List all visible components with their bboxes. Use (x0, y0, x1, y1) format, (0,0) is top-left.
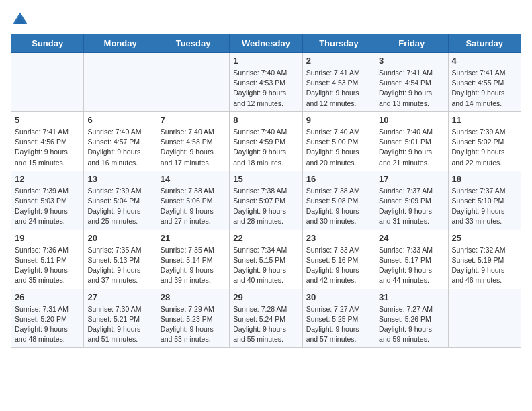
calendar-cell: 23Sunrise: 7:33 AM Sunset: 5:16 PM Dayli… (302, 230, 375, 289)
calendar-cell: 12Sunrise: 7:39 AM Sunset: 5:03 PM Dayli… (11, 171, 84, 230)
day-info: Sunrise: 7:38 AM Sunset: 5:07 PM Dayligh… (233, 186, 298, 227)
logo (11, 11, 28, 27)
day-info: Sunrise: 7:39 AM Sunset: 5:02 PM Dayligh… (452, 127, 517, 168)
day-info: Sunrise: 7:32 AM Sunset: 5:19 PM Dayligh… (452, 245, 517, 286)
calendar-cell: 19Sunrise: 7:36 AM Sunset: 5:11 PM Dayli… (11, 230, 84, 289)
day-number: 16 (306, 174, 371, 184)
day-info: Sunrise: 7:36 AM Sunset: 5:11 PM Dayligh… (15, 245, 80, 286)
calendar-cell: 13Sunrise: 7:39 AM Sunset: 5:04 PM Dayli… (84, 171, 157, 230)
calendar-cell: 21Sunrise: 7:35 AM Sunset: 5:14 PM Dayli… (157, 230, 229, 289)
day-number: 14 (161, 174, 226, 184)
weekday-header: Sunday (11, 34, 84, 53)
day-info: Sunrise: 7:41 AM Sunset: 4:54 PM Dayligh… (379, 68, 444, 109)
calendar-cell: 6Sunrise: 7:40 AM Sunset: 4:57 PM Daylig… (84, 111, 157, 171)
day-number: 23 (306, 233, 371, 243)
day-info: Sunrise: 7:31 AM Sunset: 5:20 PM Dayligh… (15, 304, 80, 345)
day-number: 11 (452, 115, 517, 125)
day-info: Sunrise: 7:33 AM Sunset: 5:16 PM Dayligh… (306, 245, 371, 286)
calendar-week-row: 5Sunrise: 7:41 AM Sunset: 4:56 PM Daylig… (11, 111, 521, 171)
weekday-header: Tuesday (157, 34, 229, 53)
weekday-header: Monday (84, 34, 157, 53)
calendar-cell: 8Sunrise: 7:40 AM Sunset: 4:59 PM Daylig… (230, 111, 302, 171)
day-number: 9 (306, 115, 371, 125)
day-number: 27 (87, 292, 152, 302)
day-number: 19 (15, 233, 80, 243)
calendar-cell: 16Sunrise: 7:38 AM Sunset: 5:08 PM Dayli… (302, 171, 375, 230)
day-info: Sunrise: 7:37 AM Sunset: 5:09 PM Dayligh… (379, 186, 444, 227)
calendar-cell: 7Sunrise: 7:40 AM Sunset: 4:58 PM Daylig… (157, 111, 229, 171)
calendar-cell: 3Sunrise: 7:41 AM Sunset: 4:54 PM Daylig… (375, 53, 448, 112)
day-number: 20 (87, 233, 152, 243)
day-info: Sunrise: 7:30 AM Sunset: 5:21 PM Dayligh… (87, 304, 152, 345)
day-number: 28 (161, 292, 226, 302)
day-number: 18 (452, 174, 517, 184)
calendar-cell: 18Sunrise: 7:37 AM Sunset: 5:10 PM Dayli… (448, 171, 521, 230)
calendar-cell: 14Sunrise: 7:38 AM Sunset: 5:06 PM Dayli… (157, 171, 229, 230)
day-info: Sunrise: 7:41 AM Sunset: 4:56 PM Dayligh… (15, 127, 80, 168)
calendar-cell (448, 289, 521, 348)
calendar-cell: 17Sunrise: 7:37 AM Sunset: 5:09 PM Dayli… (375, 171, 448, 230)
calendar-table: SundayMondayTuesdayWednesdayThursdayFrid… (11, 34, 521, 348)
day-info: Sunrise: 7:40 AM Sunset: 4:58 PM Dayligh… (161, 127, 226, 168)
calendar-cell (11, 53, 84, 112)
day-info: Sunrise: 7:41 AM Sunset: 4:53 PM Dayligh… (306, 68, 371, 109)
calendar-cell: 1Sunrise: 7:40 AM Sunset: 4:53 PM Daylig… (230, 53, 302, 112)
day-info: Sunrise: 7:40 AM Sunset: 4:57 PM Dayligh… (87, 127, 152, 168)
day-number: 29 (233, 292, 298, 302)
day-number: 5 (15, 115, 80, 125)
day-number: 6 (87, 115, 152, 125)
day-info: Sunrise: 7:40 AM Sunset: 5:01 PM Dayligh… (379, 127, 444, 168)
day-number: 26 (15, 292, 80, 302)
day-number: 13 (87, 174, 152, 184)
calendar-cell: 11Sunrise: 7:39 AM Sunset: 5:02 PM Dayli… (448, 111, 521, 171)
day-number: 25 (452, 233, 517, 243)
day-number: 2 (306, 56, 371, 66)
day-info: Sunrise: 7:41 AM Sunset: 4:55 PM Dayligh… (452, 68, 517, 109)
day-info: Sunrise: 7:27 AM Sunset: 5:26 PM Dayligh… (379, 304, 444, 345)
calendar-cell: 27Sunrise: 7:30 AM Sunset: 5:21 PM Dayli… (84, 289, 157, 348)
calendar-cell: 29Sunrise: 7:28 AM Sunset: 5:24 PM Dayli… (230, 289, 302, 348)
weekday-header: Thursday (302, 34, 375, 53)
calendar-week-row: 19Sunrise: 7:36 AM Sunset: 5:11 PM Dayli… (11, 230, 521, 289)
calendar-cell: 31Sunrise: 7:27 AM Sunset: 5:26 PM Dayli… (375, 289, 448, 348)
day-info: Sunrise: 7:38 AM Sunset: 5:08 PM Dayligh… (306, 186, 371, 227)
weekday-header-row: SundayMondayTuesdayWednesdayThursdayFrid… (11, 34, 521, 53)
day-info: Sunrise: 7:39 AM Sunset: 5:03 PM Dayligh… (15, 186, 80, 227)
weekday-header: Friday (375, 34, 448, 53)
day-info: Sunrise: 7:34 AM Sunset: 5:15 PM Dayligh… (233, 245, 298, 286)
day-number: 21 (161, 233, 226, 243)
day-number: 4 (452, 56, 517, 66)
calendar-cell (84, 53, 157, 112)
calendar-cell (157, 53, 229, 112)
day-number: 10 (379, 115, 444, 125)
calendar-cell: 24Sunrise: 7:33 AM Sunset: 5:17 PM Dayli… (375, 230, 448, 289)
calendar-cell: 30Sunrise: 7:27 AM Sunset: 5:25 PM Dayli… (302, 289, 375, 348)
day-number: 12 (15, 174, 80, 184)
day-number: 15 (233, 174, 298, 184)
calendar-cell: 20Sunrise: 7:35 AM Sunset: 5:13 PM Dayli… (84, 230, 157, 289)
day-number: 31 (379, 292, 444, 302)
day-number: 1 (233, 56, 298, 66)
day-info: Sunrise: 7:37 AM Sunset: 5:10 PM Dayligh… (452, 186, 517, 227)
day-info: Sunrise: 7:39 AM Sunset: 5:04 PM Dayligh… (87, 186, 152, 227)
day-info: Sunrise: 7:35 AM Sunset: 5:13 PM Dayligh… (87, 245, 152, 286)
calendar-week-row: 1Sunrise: 7:40 AM Sunset: 4:53 PM Daylig… (11, 53, 521, 112)
calendar-cell: 9Sunrise: 7:40 AM Sunset: 5:00 PM Daylig… (302, 111, 375, 171)
day-info: Sunrise: 7:28 AM Sunset: 5:24 PM Dayligh… (233, 304, 298, 345)
calendar-cell: 10Sunrise: 7:40 AM Sunset: 5:01 PM Dayli… (375, 111, 448, 171)
day-info: Sunrise: 7:38 AM Sunset: 5:06 PM Dayligh… (161, 186, 226, 227)
day-info: Sunrise: 7:40 AM Sunset: 4:59 PM Dayligh… (233, 127, 298, 168)
calendar-cell: 5Sunrise: 7:41 AM Sunset: 4:56 PM Daylig… (11, 111, 84, 171)
day-number: 22 (233, 233, 298, 243)
day-info: Sunrise: 7:29 AM Sunset: 5:23 PM Dayligh… (161, 304, 226, 345)
calendar-cell: 25Sunrise: 7:32 AM Sunset: 5:19 PM Dayli… (448, 230, 521, 289)
weekday-header: Saturday (448, 34, 521, 53)
calendar-cell: 2Sunrise: 7:41 AM Sunset: 4:53 PM Daylig… (302, 53, 375, 112)
weekday-header: Wednesday (230, 34, 302, 53)
day-info: Sunrise: 7:33 AM Sunset: 5:17 PM Dayligh… (379, 245, 444, 286)
day-number: 7 (161, 115, 226, 125)
calendar-cell: 15Sunrise: 7:38 AM Sunset: 5:07 PM Dayli… (230, 171, 302, 230)
day-number: 17 (379, 174, 444, 184)
calendar-week-row: 12Sunrise: 7:39 AM Sunset: 5:03 PM Dayli… (11, 171, 521, 230)
day-number: 3 (379, 56, 444, 66)
